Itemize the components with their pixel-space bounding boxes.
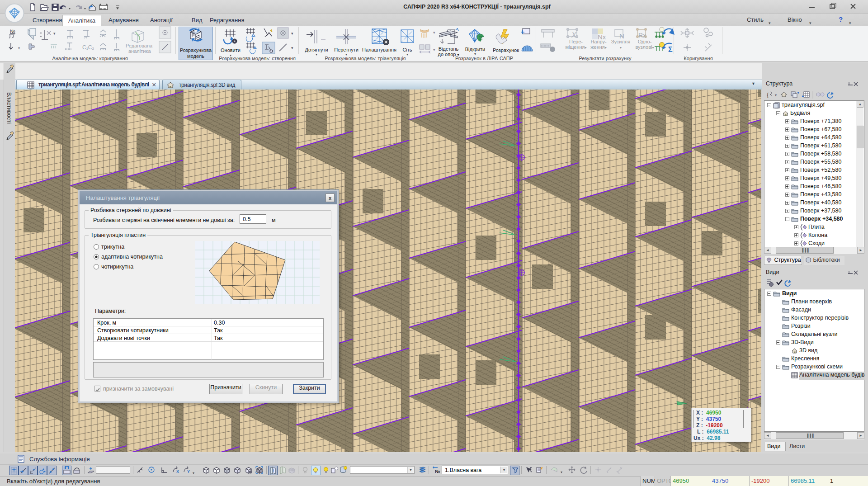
svg-text:Rx: Rx xyxy=(638,32,646,39)
svg-text:№: № xyxy=(435,469,440,474)
svg-text:{: { xyxy=(767,91,769,98)
svg-text:▾: ▾ xyxy=(291,46,293,50)
svg-text:аналітика: аналітика xyxy=(128,48,151,54)
svg-text:X: X xyxy=(571,31,577,39)
svg-text:▾: ▾ xyxy=(291,31,293,36)
svg-text:X: X xyxy=(176,469,179,474)
svg-text:Редагована: Редагована xyxy=(126,43,153,48)
svg-text:Σ: Σ xyxy=(668,46,673,53)
svg-text:▾: ▾ xyxy=(18,46,20,50)
svg-text:▾: ▾ xyxy=(775,93,777,97)
svg-text:№: № xyxy=(10,28,15,34)
svg-text:Y: Y xyxy=(187,469,190,474)
svg-text:C₁C₂: C₁C₂ xyxy=(82,44,94,51)
svg-text:▾: ▾ xyxy=(53,31,56,36)
